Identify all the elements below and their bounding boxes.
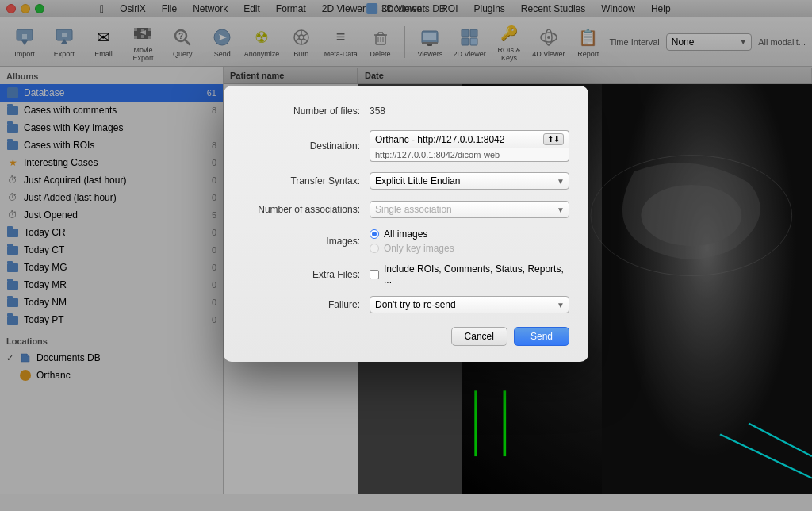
- num-associations-label: Number of associations:: [243, 204, 370, 215]
- extra-files-checkbox-row[interactable]: Include ROIs, Comments, Status, Reports,…: [370, 263, 569, 286]
- extra-files-checkbox[interactable]: [370, 270, 379, 279]
- extra-files-row: Extra Files: Include ROIs, Comments, Sta…: [243, 263, 569, 286]
- modal-backdrop: Number of files: 358 Destination: Orthan…: [0, 0, 812, 511]
- associations-select[interactable]: Single association Multiple associations: [370, 201, 569, 218]
- extra-files-label: Extra Files:: [243, 269, 370, 280]
- failure-row: Failure: Don't try to re-send Re-send fa…: [243, 295, 569, 314]
- files-row: Number of files: 358: [243, 102, 569, 121]
- all-images-label: All images: [384, 229, 427, 240]
- only-key-radio[interactable]: [370, 244, 379, 253]
- extra-files-value: Include ROIs, Comments, Status, Reports,…: [384, 263, 569, 286]
- destination-top[interactable]: Orthanc - http://127.0.0.1:8042 ⬆⬇: [370, 130, 569, 148]
- failure-label: Failure:: [243, 299, 370, 310]
- send-dialog: Number of files: 358 Destination: Orthan…: [224, 86, 588, 362]
- num-files-value: 358: [370, 106, 569, 117]
- transfer-syntax-select[interactable]: Explicit Little Endian Implicit Little E…: [370, 172, 569, 190]
- destination-value: Orthanc - http://127.0.0.1:8042: [375, 134, 504, 145]
- images-label: Images:: [243, 236, 370, 247]
- destination-label: Destination:: [243, 140, 370, 152]
- transfer-syntax-row: Transfer Syntax: Explicit Little Endian …: [243, 171, 569, 190]
- only-key-images-option[interactable]: Only key images: [370, 243, 569, 254]
- only-key-label: Only key images: [384, 243, 454, 254]
- transfer-syntax-selector[interactable]: Explicit Little Endian Implicit Little E…: [370, 172, 569, 190]
- destination-row: Destination: Orthanc - http://127.0.0.1:…: [243, 130, 569, 162]
- send-confirm-button[interactable]: Send: [514, 327, 569, 346]
- all-images-radio[interactable]: [370, 229, 379, 239]
- all-images-option[interactable]: All images: [370, 229, 569, 240]
- failure-selector[interactable]: Don't try to re-send Re-send failed file…: [370, 296, 569, 313]
- destination-stepper[interactable]: ⬆⬇: [543, 133, 564, 145]
- destination-box[interactable]: Orthanc - http://127.0.0.1:8042 ⬆⬇ http:…: [370, 130, 569, 162]
- images-row: Images: All images Only key images: [243, 229, 569, 254]
- images-radio-group: All images Only key images: [370, 229, 569, 254]
- modal-buttons: Cancel Send: [243, 327, 569, 346]
- cancel-button[interactable]: Cancel: [451, 327, 508, 346]
- destination-url: http://127.0.0.1:8042/dicom-web: [370, 148, 569, 162]
- failure-select[interactable]: Don't try to re-send Re-send failed file…: [370, 296, 569, 313]
- num-files-label: Number of files:: [243, 106, 370, 117]
- transfer-syntax-label: Transfer Syntax:: [243, 175, 370, 186]
- associations-selector[interactable]: Single association Multiple associations…: [370, 201, 569, 218]
- associations-row: Number of associations: Single associati…: [243, 200, 569, 219]
